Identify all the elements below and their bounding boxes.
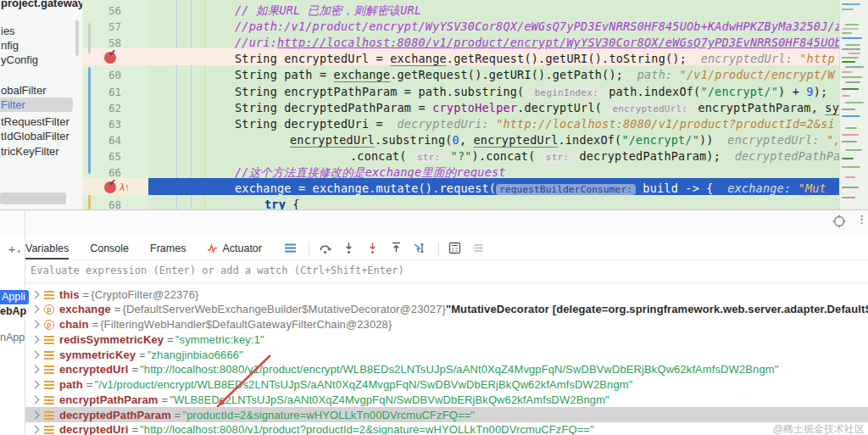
- tab-variables[interactable]: Variables: [25, 237, 69, 259]
- sidebar-scrollbar[interactable]: [75, 20, 79, 56]
- expand-chevron-icon[interactable]: [31, 305, 40, 314]
- code-segment: encryptedUrl:: [687, 52, 799, 65]
- sidebar-item-ies[interactable]: ies: [0, 24, 82, 38]
- variable-row-redisSymmetricKey[interactable]: redisSymmetricKey="symmetric:key:1": [25, 332, 868, 347]
- code-segment: 0: [453, 133, 459, 147]
- equals-sign: =: [139, 349, 146, 361]
- code-segment: build -> {: [636, 181, 721, 195]
- sidebar-item-yconfig[interactable]: yConfig: [0, 53, 82, 67]
- code-line-56: // 如果URL 已加密，则解密该URL: [148, 3, 868, 19]
- line-number: 57: [82, 19, 121, 35]
- minimap-mark: [845, 102, 864, 103]
- equals-sign: =: [131, 363, 138, 376]
- expand-chevron-icon[interactable]: [31, 426, 40, 434]
- line-number: 65: [82, 148, 121, 165]
- evaluate-expression-input[interactable]: [29, 264, 575, 277]
- code-segment: );: [814, 85, 828, 98]
- param-hint-chip: requestBuilderConsumer:: [496, 184, 636, 195]
- code-line-63: String decryptedUri = decryptedUri: "htt…: [148, 116, 868, 132]
- variable-row-symmetricKey[interactable]: symmetricKey="zhangjinbiao6666": [25, 347, 868, 362]
- equals-sign: =: [175, 409, 181, 421]
- debug-toolbar: VariablesConsoleFramesActuator: [25, 237, 868, 260]
- variable-row-encryptedUrl[interactable]: encryptedUrl="http://localhost:8080/v1/p…: [25, 362, 868, 377]
- sidebar-item-tidglobalfilter[interactable]: tIdGlobalFilter: [0, 129, 82, 143]
- variable-row-exchange[interactable]: pexchange={DefaultServerWebExchangeBuild…: [25, 302, 868, 317]
- code-segment: ,: [459, 133, 474, 147]
- tab-frames[interactable]: Frames: [150, 237, 186, 259]
- breakpoint-verified-check: ✓: [108, 47, 116, 59]
- step-into-icon[interactable]: [342, 242, 355, 255]
- breakpoint-icon[interactable]: ✓: [104, 181, 116, 193]
- variable-icon: [44, 351, 54, 360]
- tab-actuator[interactable]: Actuator: [207, 237, 262, 259]
- minimap-mark: [842, 71, 852, 73]
- variable-value: {DefaultServerWebExchangeBuilder$Mutativ…: [122, 303, 445, 315]
- expand-chevron-icon[interactable]: [31, 395, 40, 404]
- code-segment: String decryptedUri =: [235, 117, 390, 131]
- variable-icon: [44, 426, 54, 434]
- step-over-icon[interactable]: [318, 242, 331, 255]
- toolbar-divider: [309, 242, 309, 255]
- threads-view-icon[interactable]: [283, 242, 297, 255]
- expand-chevron-icon[interactable]: [31, 410, 40, 419]
- variable-row-decryptedPathParam[interactable]: decryptedPathParam="productId=2&signatur…: [25, 407, 868, 422]
- target-circle-icon[interactable]: [832, 214, 847, 229]
- code-segment: try: [264, 198, 286, 209]
- expand-chevron-icon[interactable]: [31, 381, 40, 389]
- code-segment: "/v1/product/encrypt/W: [680, 68, 835, 81]
- minimap-mark: [845, 176, 855, 178]
- minimap-mark: [845, 44, 860, 46]
- tab-label: Frames: [150, 237, 186, 259]
- variable-name: this: [59, 288, 80, 301]
- variables-tree: this={CryptoFilter@22376}pexchange={Defa…: [0, 283, 868, 435]
- sidebar-item-obalfilter[interactable]: obalFilter: [0, 83, 82, 98]
- variable-icon: [44, 365, 54, 374]
- project-sidebar: project.gateway iesnfigyConfigobalFilter…: [0, 0, 82, 209]
- equals-sign: =: [83, 288, 90, 301]
- code-segment: decryptedUri:: [390, 117, 496, 131]
- minimap-mark: [845, 81, 860, 83]
- expand-chevron-icon[interactable]: [31, 290, 40, 298]
- code-segment: //path:/v1/product/encrypt/WyYSV30Cor8QX…: [235, 20, 842, 33]
- layout-settings-icon[interactable]: [471, 242, 485, 255]
- run-to-cursor-icon[interactable]: [413, 242, 426, 255]
- code-segment: path:: [623, 68, 680, 81]
- step-out-icon[interactable]: [389, 242, 403, 255]
- sidebar-item-trequestfilter[interactable]: tRequestFilter: [0, 114, 82, 129]
- expand-chevron-icon[interactable]: [31, 350, 40, 359]
- code-segment: encryptedUrl: [474, 133, 559, 147]
- sidebar-bottom-box: [0, 192, 66, 204]
- code-segment: [443, 149, 450, 163]
- code-line-67: exchange = exchange.mutate().request(req…: [148, 181, 868, 197]
- line-number: 68: [82, 197, 121, 209]
- code-segment: ).concat(: [472, 149, 542, 163]
- minimap-mark: [845, 24, 859, 25]
- variable-row-encryptPathParam[interactable]: encryptPathParam="WLB8EDs2LNTsUJpS/aANt0…: [25, 392, 868, 407]
- minimap-mark: [842, 197, 855, 198]
- tab-console[interactable]: Console: [90, 237, 129, 259]
- sidebar-item-filter[interactable]: Filter: [0, 98, 73, 112]
- variable-row-chain[interactable]: pchain={FilteringWebHandler$DefaultGatew…: [25, 317, 868, 332]
- equals-sign: =: [114, 303, 121, 315]
- code-segment: .decryptUrl(: [517, 101, 609, 114]
- param-hint-chip: beginIndex:: [531, 87, 602, 98]
- code-segment: .substring(: [375, 133, 453, 147]
- line-number: 63: [82, 116, 121, 132]
- expand-chevron-icon[interactable]: [31, 365, 40, 374]
- code-segment: "/encrypt/": [621, 133, 699, 147]
- more-options-icon[interactable]: ⋮: [856, 213, 866, 228]
- add-watch-button[interactable]: +▾: [4, 243, 19, 258]
- variable-row-this[interactable]: this={CryptoFilter@22376}: [25, 287, 868, 302]
- code-segment: ) +: [778, 85, 806, 98]
- sidebar-item-trickeyfilter[interactable]: tricKeyFilter: [0, 144, 82, 159]
- variable-name: path: [59, 378, 83, 391]
- minimap-mark: [842, 28, 859, 30]
- editor-minimap[interactable]: [839, 0, 868, 209]
- evaluate-expression-icon[interactable]: [448, 242, 461, 255]
- sidebar-item-nfig[interactable]: nfig: [0, 38, 82, 53]
- expand-chevron-icon[interactable]: [31, 335, 40, 343]
- expand-chevron-icon[interactable]: [31, 321, 40, 329]
- variable-row-path[interactable]: path="/v1/product/encrypt/WLB8EDs2LNTsUJ…: [25, 377, 868, 393]
- code-segment: exchange = exchange.mutate().request(: [235, 181, 496, 195]
- force-step-into-icon[interactable]: [365, 242, 379, 255]
